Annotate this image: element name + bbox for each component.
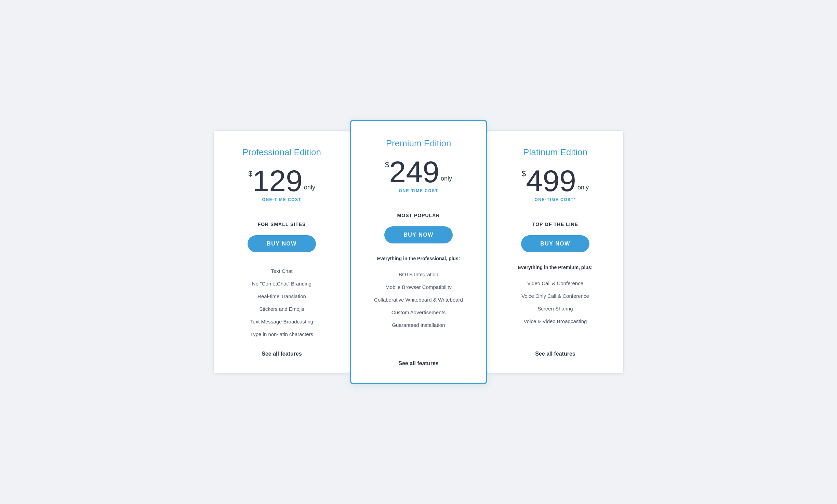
price-block-premium: $ 249 only (385, 157, 452, 187)
see-all-premium[interactable]: See all features (398, 360, 438, 367)
currency-premium: $ (385, 160, 389, 169)
feature-list-professional: Text ChatNo "CometChat" BrandingReal-tim… (227, 265, 336, 341)
buy-button-professional[interactable]: BUY NOW (248, 235, 316, 252)
list-item: Custom Advertisements (365, 306, 472, 319)
one-time-professional: ONE-TIME COST (262, 197, 302, 202)
plan-card-platinum: Platinum Edition $ 499 only ONE-TIME COS… (487, 130, 624, 374)
buy-button-platinum[interactable]: BUY NOW (521, 235, 589, 252)
buy-button-premium[interactable]: BUY NOW (384, 226, 453, 243)
list-item: Voice & Video Broadcasting (501, 315, 610, 328)
plan-card-professional: Professional Edition $ 129 only ONE-TIME… (213, 130, 350, 374)
features-intro-premium: Everything in the Professional, plus: (377, 256, 460, 261)
list-item: Text Message Broadcasting (227, 315, 336, 328)
plan-subtitle-platinum: TOP OF THE LINE (532, 222, 578, 227)
plan-title-professional: Professional Edition (242, 147, 321, 158)
currency-professional: $ (248, 169, 252, 178)
list-item: Video Call & Conference (501, 277, 610, 290)
list-item: BOTS Integration (365, 268, 472, 281)
one-time-premium: ONE-TIME COST (399, 188, 438, 193)
list-item: Text Chat (227, 265, 336, 277)
list-item: Screen Sharing (501, 302, 610, 315)
list-item: Mobile Browser Compatibility (365, 281, 472, 293)
price-suffix-professional: only (304, 184, 315, 191)
plan-card-premium: Premium Edition $ 249 only ONE-TIME COST… (350, 120, 487, 384)
list-item: Real-time Translation (227, 290, 336, 303)
pricing-wrapper: Professional Edition $ 129 only ONE-TIME… (196, 120, 641, 384)
plan-subtitle-premium: MOST POPULAR (397, 213, 440, 218)
divider-platinum (501, 212, 610, 212)
list-item: Guaranteed Installation (365, 319, 472, 331)
price-amount-premium: 249 (389, 157, 439, 187)
list-item: Stickers and Emojis (227, 303, 336, 315)
price-amount-platinum: 499 (526, 166, 576, 196)
divider-premium (365, 203, 472, 203)
price-block-platinum: $ 499 only (522, 166, 589, 196)
list-item: No "CometChat" Branding (227, 277, 336, 290)
price-amount-professional: 129 (252, 166, 303, 196)
plan-subtitle-professional: FOR SMALL SITES (258, 222, 306, 227)
list-item: Voice Only Call & Conference (501, 290, 610, 302)
divider-professional (227, 212, 336, 212)
price-suffix-premium: only (441, 175, 452, 182)
list-item: Type in non-latin characters (227, 328, 336, 341)
price-block-professional: $ 129 only (248, 166, 315, 196)
plan-title-premium: Premium Edition (386, 138, 451, 149)
feature-list-platinum: Video Call & ConferenceVoice Only Call &… (501, 277, 610, 328)
currency-platinum: $ (522, 169, 526, 178)
see-all-professional[interactable]: See all features (262, 351, 302, 357)
plan-title-platinum: Platinum Edition (523, 147, 587, 158)
features-intro-platinum: Everything in the Premium, plus: (518, 265, 593, 270)
feature-list-premium: BOTS IntegrationMobile Browser Compatibi… (365, 268, 472, 331)
price-suffix-platinum: only (577, 184, 589, 191)
list-item: Collaborative Whiteboard & Writeboard (365, 293, 472, 306)
one-time-platinum: ONE-TIME COST* (534, 197, 576, 202)
see-all-platinum[interactable]: See all features (535, 351, 575, 357)
